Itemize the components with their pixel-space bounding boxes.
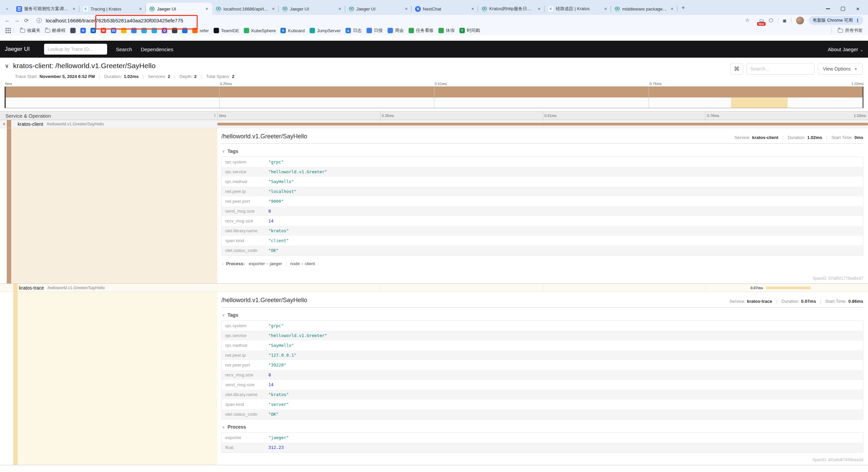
browser-tab[interactable]: Jaeger UI✕ <box>345 3 412 15</box>
bookmark-favicon-item[interactable]: Q <box>160 27 169 34</box>
keyboard-shortcuts-button[interactable]: ⌘ <box>730 63 743 75</box>
tab-close-icon[interactable]: ✕ <box>204 6 210 12</box>
bookmark-favicon-item[interactable] <box>129 27 139 34</box>
nav-item-dependencies[interactable]: Dependencies <box>141 46 173 52</box>
jaeger-brand[interactable]: Jaeger UI <box>5 46 30 53</box>
bookmark-favicon-item[interactable] <box>150 27 159 34</box>
bookmark-item[interactable]: 周会 <box>386 27 406 34</box>
browser-tab[interactable]: 服务可观测性方案调研 - 飞书✕ <box>13 3 79 15</box>
minimap-left-scrubber-handle[interactable] <box>5 87 6 108</box>
collapse-span-chevron-icon[interactable]: ∨ <box>3 122 5 126</box>
new-tab-button[interactable]: + <box>679 3 688 12</box>
process-section-header[interactable]: › Process: exporter=jaeger|node=client <box>222 261 863 266</box>
tab-close-icon[interactable]: ✕ <box>71 6 77 12</box>
bookmark-item[interactable]: 收藏夹 <box>18 27 42 34</box>
browser-tab[interactable]: Jaeger UI✕ <box>146 3 212 15</box>
trace-search-input[interactable] <box>747 63 814 75</box>
tags-section-header[interactable]: ∨ Tags <box>222 312 863 318</box>
bookmark-favicon: T <box>459 28 465 33</box>
meta-label: Services: <box>148 74 166 79</box>
browser-tab[interactable]: Tracing | Kratos✕ <box>79 3 146 15</box>
span-timeline-cell[interactable] <box>217 120 868 128</box>
tag-value: "client" <box>265 236 863 245</box>
apps-grid-icon[interactable] <box>5 30 7 31</box>
chrome-update-pill[interactable]: 有新版 Chrome 可用 ⋮ <box>809 16 863 25</box>
gopher-icon <box>614 6 620 12</box>
minimap-graph[interactable] <box>4 86 864 108</box>
tab-close-icon[interactable]: ✕ <box>669 6 675 12</box>
span-row-kratos-client[interactable]: ∨ kratos-client /helloworld.v1.Greeter/S… <box>0 120 868 128</box>
extensions-puzzle-icon[interactable]: ⬡ <box>769 17 773 23</box>
bookmark-favicon-item[interactable]: 31 <box>109 27 118 34</box>
tag-value: "server" <box>265 399 863 409</box>
tab-close-icon[interactable]: ✕ <box>271 6 276 12</box>
browser-tab[interactable]: middleware package - githu✕ <box>611 3 677 15</box>
equals-sign: = <box>266 262 268 266</box>
chrome-menu-icon[interactable]: ⋮ <box>855 18 860 23</box>
tab-close-icon[interactable]: ✕ <box>603 6 608 12</box>
trace-id-lookup-input[interactable] <box>44 44 107 55</box>
column-resize-handle[interactable]: ‖ <box>214 113 216 118</box>
span-duration-bar[interactable] <box>766 287 811 289</box>
bookmark-favicon-item[interactable] <box>139 27 149 34</box>
tags-section-header[interactable]: ∨ Tags <box>222 149 863 154</box>
bookmark-favicon-item[interactable]: M <box>99 27 108 34</box>
tab-close-icon[interactable]: ✕ <box>403 6 409 12</box>
all-bookmarks-button[interactable]: 所有书签 <box>836 27 865 34</box>
site-info-icon[interactable]: i <box>37 18 42 23</box>
bookmark-item[interactable]: refer <box>190 27 211 34</box>
browser-tab[interactable]: localhost:16686/api/traces/✕ <box>212 3 279 15</box>
collapse-trace-chevron-icon[interactable]: ∨ <box>5 62 9 70</box>
bookmark-item[interactable]: 休假 <box>436 27 457 34</box>
browser-tab[interactable]: Jaeger UI✕ <box>279 3 345 15</box>
span-row-kratos-trace[interactable]: kratos-trace /helloworld.v1.Greeter/SayH… <box>0 284 868 292</box>
tab-close-icon[interactable]: ✕ <box>470 6 475 12</box>
span-timeline-cell[interactable]: 0.07ms <box>217 284 868 292</box>
tab-capture-icon[interactable]: ◙ <box>783 18 786 23</box>
tab-close-icon[interactable]: ✕ <box>536 6 542 12</box>
bookmark-item[interactable]: 酷睿程 <box>43 27 67 34</box>
bookmark-favicon-item[interactable] <box>170 27 179 34</box>
forward-button[interactable]: → <box>13 16 21 24</box>
bookmark-item[interactable]: T时间戳 <box>457 27 482 34</box>
bookmark-item[interactable]: KKuboard <box>278 27 307 34</box>
bookmark-favicon-item[interactable] <box>119 27 129 34</box>
bookmark-item[interactable]: 任务看板 <box>407 27 436 34</box>
gopher-icon <box>216 6 221 12</box>
bookmark-label: 周会 <box>395 27 404 34</box>
bookmark-favicon-item[interactable] <box>68 27 78 34</box>
bookmark-favicon-item[interactable]: N <box>78 27 88 34</box>
bookmark-star-icon[interactable]: ☆ <box>745 17 750 23</box>
about-jaeger-menu[interactable]: About Jaeger⌄ <box>828 46 863 52</box>
process-section-header[interactable]: ∨ Process <box>222 424 863 430</box>
window-maximize-button[interactable] <box>840 6 846 12</box>
window-minimize-button[interactable] <box>825 6 831 12</box>
bookmark-item[interactable]: JumpServer <box>308 27 343 34</box>
tab-close-icon[interactable]: ✕ <box>138 6 143 12</box>
bookmark-favicon-item[interactable]: O <box>88 27 98 34</box>
browser-tab[interactable]: 链路追踪 | Kratos✕ <box>545 3 611 15</box>
tag-row: net.peer.port"39220" <box>222 360 863 370</box>
profile-avatar[interactable] <box>796 17 804 24</box>
reload-button[interactable]: ⟳ <box>22 16 31 24</box>
window-close-button[interactable]: ✕ <box>855 6 861 12</box>
browser-tab[interactable]: Kratos的http服务日志增加tra✕ <box>478 3 545 15</box>
bookmark-item[interactable]: TeamIDE <box>212 27 241 34</box>
span-duration-bar[interactable] <box>217 123 868 125</box>
bookmark-item[interactable]: 日报 <box>364 27 385 34</box>
extension-new-icon[interactable]: ▭New <box>759 17 764 23</box>
timeline-tick-label: 1.02ms <box>854 114 868 118</box>
back-button[interactable]: ← <box>3 16 12 24</box>
minimap-right-scrubber-handle[interactable] <box>863 87 864 108</box>
nav-item-search[interactable]: Search <box>116 46 132 52</box>
bookmark-favicon-item[interactable] <box>180 27 190 34</box>
browser-tab[interactable]: NextChat✕ <box>412 3 478 15</box>
tab-close-icon[interactable]: ✕ <box>337 6 342 12</box>
tab-search-chevron-icon[interactable]: ⌄ <box>3 3 12 12</box>
url-text[interactable]: localhost:16686/trace/762b53b5281a40aa23… <box>46 18 744 23</box>
bookmark-item[interactable]: ▲日志 <box>343 27 364 34</box>
bookmark-item[interactable]: KubeSphere <box>242 27 278 34</box>
tag-row: net.peer.ip"127.0.0.1" <box>222 350 863 360</box>
tab-title: 服务可观测性方案调研 - 飞书 <box>24 6 69 12</box>
view-options-button[interactable]: View Options ▼ <box>818 63 863 75</box>
